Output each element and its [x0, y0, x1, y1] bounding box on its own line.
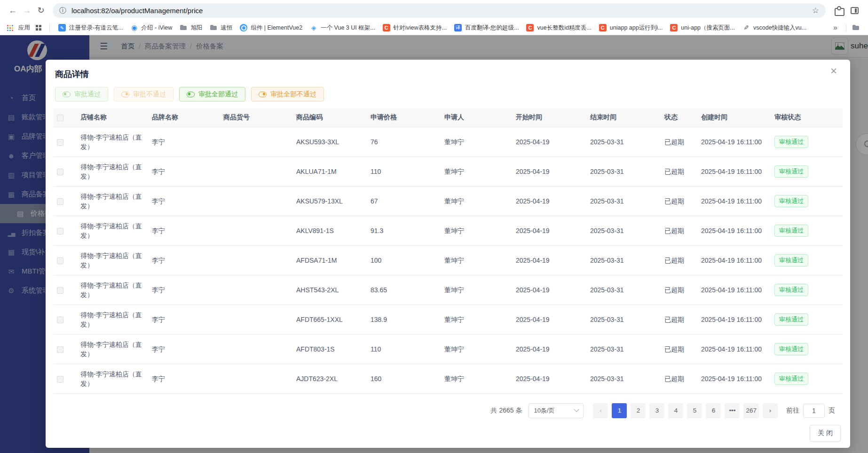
page-button[interactable]: 2: [631, 403, 646, 418]
column-header: 状态: [661, 108, 697, 127]
column-header: 创建时间: [697, 108, 771, 127]
cell-created: 2025-04-19 16:11:00: [697, 186, 771, 216]
page-button[interactable]: 5: [687, 403, 702, 418]
audit-badge: 审核通过: [774, 343, 808, 355]
row-checkbox[interactable]: [57, 228, 63, 234]
cell-status: 已超期: [661, 186, 697, 216]
grid-icon[interactable]: [36, 25, 38, 27]
row-checkbox[interactable]: [57, 198, 63, 205]
page-button[interactable]: 6: [706, 403, 721, 418]
cell-end-date: 2025-03-31: [586, 156, 661, 186]
cell-code: AFDT803-1S: [292, 334, 367, 364]
cell-shop: 得物-李宁速柏店（直发）: [77, 334, 148, 364]
cell-audit: 审核通过: [771, 275, 843, 305]
approval-button[interactable]: 审批通过: [55, 87, 108, 102]
bookmark-item[interactable]: 百度翻译-您的超级...: [451, 24, 522, 32]
cell-checkbox: [53, 305, 77, 334]
folder-icon: [180, 24, 187, 31]
next-page-button[interactable]: ›: [763, 403, 778, 418]
page-size-select[interactable]: 10条/页: [529, 403, 584, 418]
cell-code: AKLV891-1S: [292, 216, 367, 245]
csdn-icon: [383, 24, 390, 31]
cell-audit: 审核通过: [771, 186, 843, 216]
row-checkbox[interactable]: [57, 169, 63, 175]
audit-badge: 审核通过: [774, 165, 808, 178]
bookmark-item[interactable]: 针对iview表格支持...: [380, 24, 450, 32]
apps-label[interactable]: 应用: [18, 24, 30, 32]
cell-audit: 审核通过: [771, 245, 843, 275]
back-button[interactable]: ←: [6, 3, 20, 17]
cell-end-date: 2025-03-31: [586, 305, 661, 334]
bookmark-item[interactable]: 速恒: [207, 24, 235, 32]
cell-item-no: [220, 186, 292, 216]
cell-price: 67: [367, 186, 441, 216]
cell-start-date: 2025-04-19: [512, 305, 586, 334]
cell-item-no: [220, 305, 292, 334]
approval-button[interactable]: 审批不通过: [114, 87, 174, 102]
site-info-icon[interactable]: ⓘ: [59, 6, 66, 15]
bookmark-item[interactable]: 注册登录-有道云笔...: [55, 24, 126, 32]
column-header: 开始时间: [512, 108, 586, 127]
row-checkbox[interactable]: [57, 258, 63, 264]
cell-created: 2025-04-19 16:11:00: [697, 364, 771, 393]
apps-grid-icon[interactable]: [7, 24, 14, 31]
column-header: 商品编码: [292, 108, 367, 127]
page-buttons: 123456: [610, 403, 723, 418]
cell-code: AJDT623-2XL: [292, 364, 367, 393]
browser-nav-row: ← → ↻ ⓘ localhost:82/oa/productManagemen…: [0, 0, 868, 21]
column-header: 结束时间: [586, 108, 661, 127]
row-checkbox[interactable]: [57, 317, 63, 323]
cell-applicant: 董坤宁: [441, 186, 512, 216]
bookmark-item[interactable]: vscode快捷输入vu...: [740, 24, 809, 32]
select-all-checkbox[interactable]: [57, 115, 63, 121]
cell-item-no: [220, 156, 292, 186]
close-button[interactable]: 关 闭: [810, 425, 841, 442]
bookmark-item[interactable]: 旭阳: [177, 24, 205, 32]
bookmark-item[interactable]: uniapp app运行到i...: [596, 24, 666, 32]
row-checkbox[interactable]: [57, 139, 63, 146]
page-button[interactable]: 1: [612, 403, 627, 418]
cell-brand: 李宁: [148, 305, 220, 334]
cell-item-no: [220, 275, 292, 305]
page-button[interactable]: 4: [668, 403, 683, 418]
bookmark-item[interactable]: uni-app（搜索页面...: [667, 24, 738, 32]
audit-badge: 审核通过: [774, 225, 808, 237]
row-checkbox[interactable]: [57, 346, 63, 353]
bookmarks-overflow-icon[interactable]: »: [833, 23, 837, 32]
last-page-button[interactable]: 267: [743, 403, 759, 418]
address-bar[interactable]: ⓘ localhost:82/oa/productManagement/pric…: [53, 3, 826, 18]
row-checkbox[interactable]: [57, 287, 63, 294]
cell-checkbox: [53, 275, 77, 305]
cell-applicant: 董坤宁: [441, 334, 512, 364]
close-icon[interactable]: ×: [830, 66, 837, 76]
other-bookmarks-folder-icon[interactable]: [852, 24, 860, 31]
cell-code: AFDT665-1XXL: [292, 305, 367, 334]
side-panel-icon[interactable]: [851, 7, 859, 14]
audit-badge: 审核通过: [774, 284, 808, 296]
column-header: 申请人: [441, 108, 512, 127]
bookmark-item[interactable]: 介绍 - iView: [128, 24, 175, 32]
audit-badge: 审核通过: [774, 313, 808, 326]
cell-item-no: [220, 216, 292, 245]
page-button[interactable]: 3: [649, 403, 664, 418]
bookmark-star-icon[interactable]: ☆: [812, 6, 819, 16]
approval-button[interactable]: 审批全部通过: [179, 87, 245, 102]
extensions-icon[interactable]: [835, 6, 843, 15]
bookmarks-list: 注册登录-有道云笔... 介绍 - iView 旭阳 速恒 组件 | Eleme…: [55, 24, 809, 32]
forward-button[interactable]: →: [20, 3, 34, 17]
bookmark-item[interactable]: 一个 Vue 3 UI 框架...: [307, 24, 378, 32]
cell-created: 2025-04-19 16:11:00: [697, 127, 771, 156]
reload-button[interactable]: ↻: [34, 3, 48, 17]
bookmark-item[interactable]: vue长整数id精度丢...: [523, 24, 594, 32]
goto-page-input[interactable]: [803, 404, 825, 418]
approval-button[interactable]: 审批全部不通过: [251, 87, 324, 102]
note-icon: [58, 24, 66, 31]
bookmark-item[interactable]: 组件 | ElementVue2: [237, 24, 305, 32]
row-checkbox[interactable]: [57, 376, 63, 383]
cell-checkbox: [53, 334, 77, 364]
cell-audit: 审核通过: [771, 305, 843, 334]
more-pages-button[interactable]: •••: [725, 403, 740, 418]
prev-page-button[interactable]: ‹: [593, 403, 608, 418]
cell-shop: 得物-李宁速柏店（直发）: [77, 364, 148, 393]
table-row: 得物-李宁速柏店（直发） 李宁 AJDT623-2XL 160 董坤宁 2025…: [53, 364, 843, 393]
